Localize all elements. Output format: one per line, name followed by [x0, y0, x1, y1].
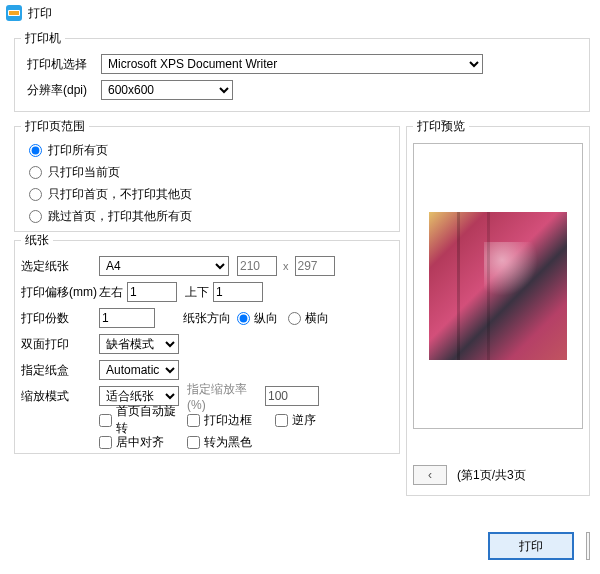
- fieldset-preview: 打印预览 ‹ (第1页/共3页: [406, 118, 590, 496]
- radio-print-current-input[interactable]: [29, 166, 42, 179]
- prev-page-button[interactable]: ‹: [413, 465, 447, 485]
- radio-skip-first[interactable]: 跳过首页，打印其他所有页: [15, 205, 399, 227]
- check-reverse[interactable]: 逆序: [275, 412, 355, 429]
- label-paper-size: 选定纸张: [21, 258, 99, 275]
- check-auto-rotate-input[interactable]: [99, 414, 112, 427]
- secondary-button[interactable]: [586, 532, 590, 560]
- fieldset-page-range: 打印页范围 打印所有页 只打印当前页 只打印首页，不打印其他页: [14, 118, 400, 232]
- check-to-black-label: 转为黑色: [204, 434, 252, 451]
- print-button[interactable]: 打印: [488, 532, 574, 560]
- radio-portrait[interactable]: 纵向: [237, 310, 282, 327]
- input-copies[interactable]: [99, 308, 155, 328]
- select-dpi[interactable]: 600x600: [101, 80, 233, 100]
- radio-skip-first-input[interactable]: [29, 210, 42, 223]
- check-center-input[interactable]: [99, 436, 112, 449]
- label-scale-pct: 指定缩放率(%): [179, 381, 265, 412]
- radio-print-all[interactable]: 打印所有页: [15, 139, 399, 161]
- radio-print-first-only[interactable]: 只打印首页，不打印其他页: [15, 183, 399, 205]
- label-x: x: [277, 260, 295, 272]
- svg-rect-2: [9, 11, 19, 15]
- radio-print-current-label: 只打印当前页: [48, 164, 120, 181]
- label-offset: 打印偏移(mm): [21, 284, 99, 301]
- input-paper-width: [237, 256, 277, 276]
- radio-portrait-label: 纵向: [250, 310, 282, 327]
- label-scale-mode: 缩放模式: [21, 388, 99, 405]
- label-duplex: 双面打印: [21, 336, 99, 353]
- label-dpi: 分辨率(dpi): [21, 82, 101, 99]
- radio-print-first-only-input[interactable]: [29, 188, 42, 201]
- check-center[interactable]: 居中对齐: [99, 434, 179, 451]
- legend-page-range: 打印页范围: [21, 118, 89, 135]
- legend-printer: 打印机: [21, 30, 65, 47]
- check-to-black-input[interactable]: [187, 436, 200, 449]
- app-icon: [6, 5, 22, 21]
- label-tray: 指定纸盒: [21, 362, 99, 379]
- check-reverse-input[interactable]: [275, 414, 288, 427]
- fieldset-printer: 打印机 打印机选择 Microsoft XPS Document Writer …: [14, 30, 590, 112]
- radio-landscape-input[interactable]: [288, 312, 301, 325]
- check-to-black[interactable]: 转为黑色: [187, 434, 267, 451]
- input-scale-pct: [265, 386, 319, 406]
- page-indicator: (第1页/共3页: [457, 467, 526, 484]
- input-offset-lr[interactable]: [127, 282, 177, 302]
- radio-print-first-only-label: 只打印首页，不打印其他页: [48, 186, 192, 203]
- label-copies: 打印份数: [21, 310, 99, 327]
- check-center-label: 居中对齐: [116, 434, 164, 451]
- legend-paper: 纸张: [21, 232, 53, 249]
- legend-preview: 打印预览: [413, 118, 469, 135]
- check-print-border-input[interactable]: [187, 414, 200, 427]
- input-paper-height: [295, 256, 335, 276]
- select-printer[interactable]: Microsoft XPS Document Writer: [101, 54, 483, 74]
- preview-page: [413, 143, 583, 429]
- check-print-border-label: 打印边框: [204, 412, 252, 429]
- check-auto-rotate[interactable]: 首页自动旋转: [99, 403, 179, 437]
- select-paper-size[interactable]: A4: [99, 256, 229, 276]
- input-offset-tb[interactable]: [213, 282, 263, 302]
- check-auto-rotate-label: 首页自动旋转: [116, 403, 179, 437]
- radio-print-all-input[interactable]: [29, 144, 42, 157]
- check-reverse-label: 逆序: [292, 412, 316, 429]
- chevron-left-icon: ‹: [428, 468, 432, 482]
- radio-landscape[interactable]: 横向: [288, 310, 333, 327]
- label-orientation: 纸张方向: [179, 310, 237, 327]
- fieldset-paper: 纸张 选定纸张 A4 x 打印偏移(mm) 左右: [14, 232, 400, 454]
- select-duplex[interactable]: 缺省模式: [99, 334, 179, 354]
- window-title: 打印: [28, 5, 52, 22]
- check-print-border[interactable]: 打印边框: [187, 412, 267, 429]
- radio-print-all-label: 打印所有页: [48, 142, 108, 159]
- radio-skip-first-label: 跳过首页，打印其他所有页: [48, 208, 192, 225]
- radio-portrait-input[interactable]: [237, 312, 250, 325]
- label-printer-select: 打印机选择: [21, 56, 101, 73]
- label-offset-lr: 左右: [99, 284, 127, 301]
- radio-print-current[interactable]: 只打印当前页: [15, 161, 399, 183]
- label-offset-tb: 上下: [185, 284, 213, 301]
- select-tray[interactable]: Automatic: [99, 360, 179, 380]
- radio-landscape-label: 横向: [301, 310, 333, 327]
- preview-image: [429, 212, 567, 360]
